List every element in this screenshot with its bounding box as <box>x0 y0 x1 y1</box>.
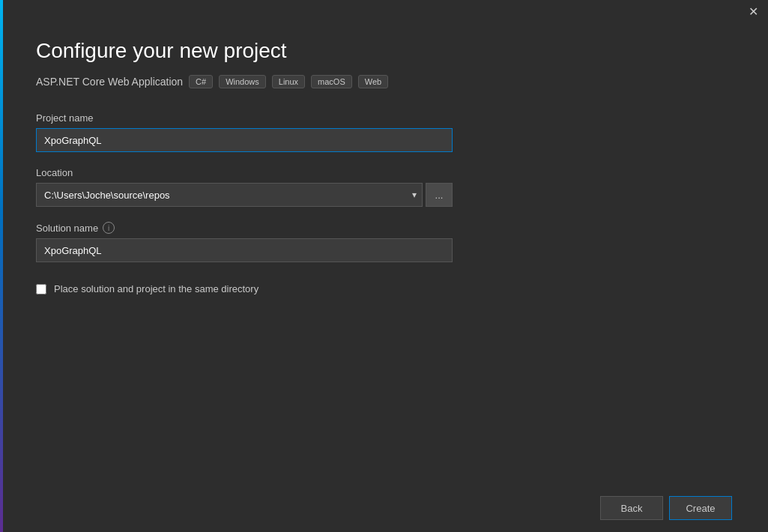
project-name-section: Project name <box>36 112 732 152</box>
project-name-input[interactable] <box>36 128 453 152</box>
subtitle-row: ASP.NET Core Web Application C# Windows … <box>36 75 732 88</box>
tag-macos: macOS <box>311 75 352 88</box>
tag-csharp: C# <box>189 75 213 88</box>
close-button[interactable]: ✕ <box>747 6 759 18</box>
tag-web: Web <box>358 75 388 88</box>
location-row: C:\Users\Joche\source\repos ... <box>36 183 453 207</box>
title-bar: ✕ <box>0 0 768 24</box>
browse-button[interactable]: ... <box>426 183 453 207</box>
left-accent <box>0 0 3 532</box>
app-type-label: ASP.NET Core Web Application <box>36 76 183 88</box>
same-directory-label[interactable]: Place solution and project in the same d… <box>54 283 258 294</box>
location-dropdown-wrapper: C:\Users\Joche\source\repos <box>36 183 423 207</box>
info-icon[interactable]: i <box>103 222 115 234</box>
main-content: Configure your new project ASP.NET Core … <box>0 24 768 484</box>
location-select[interactable]: C:\Users\Joche\source\repos <box>36 183 423 207</box>
same-directory-checkbox[interactable] <box>36 284 46 294</box>
footer: Back Create <box>0 484 768 532</box>
solution-name-section: Solution name i <box>36 222 732 262</box>
back-button[interactable]: Back <box>600 496 663 520</box>
project-name-label: Project name <box>36 112 732 124</box>
solution-name-label: Solution name i <box>36 222 732 234</box>
page-title: Configure your new project <box>36 39 732 63</box>
create-button[interactable]: Create <box>669 496 732 520</box>
tag-linux: Linux <box>272 75 305 88</box>
solution-name-input[interactable] <box>36 238 453 262</box>
same-directory-row: Place solution and project in the same d… <box>36 283 732 294</box>
location-label: Location <box>36 167 732 178</box>
configure-project-window: ✕ Configure your new project ASP.NET Cor… <box>0 0 768 532</box>
location-section: Location C:\Users\Joche\source\repos ... <box>36 167 732 207</box>
tag-windows: Windows <box>219 75 266 88</box>
